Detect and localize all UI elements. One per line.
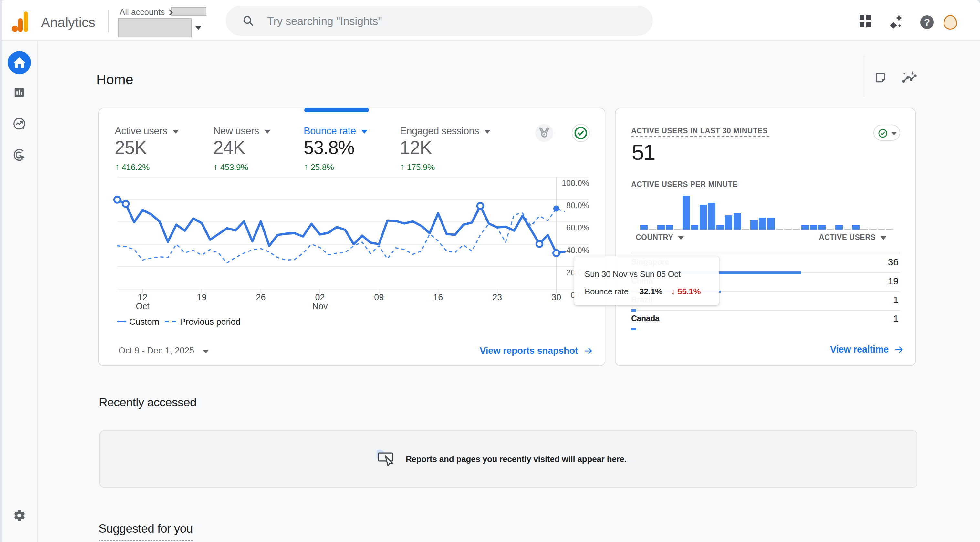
svg-text:16: 16	[433, 292, 443, 302]
svg-text:02: 02	[315, 292, 325, 302]
svg-text:60.0%: 60.0%	[566, 223, 589, 232]
svg-text:23: 23	[492, 292, 502, 302]
svg-text:Custom: Custom	[129, 317, 159, 327]
svg-text:80.0%: 80.0%	[566, 201, 589, 210]
svg-text:12: 12	[138, 292, 147, 302]
svg-text:30: 30	[551, 292, 561, 302]
svg-text:100.0%: 100.0%	[562, 179, 589, 187]
svg-text:40.0%: 40.0%	[566, 246, 589, 255]
svg-text:Oct: Oct	[136, 301, 150, 311]
svg-text:26: 26	[256, 292, 266, 302]
svg-text:Nov: Nov	[312, 301, 328, 311]
svg-text:Previous period: Previous period	[180, 317, 241, 327]
svg-text:19: 19	[197, 292, 207, 302]
svg-text:09: 09	[374, 292, 384, 302]
